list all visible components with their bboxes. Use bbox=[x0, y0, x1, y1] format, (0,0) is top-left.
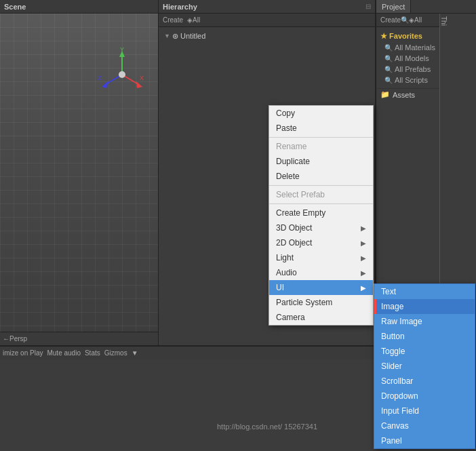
scene-panel-header: Scene bbox=[0, 0, 158, 14]
sub-button-label: Button bbox=[381, 332, 405, 341]
ctx-create-empty-label: Create Empty bbox=[276, 208, 325, 218]
ctx-copy[interactable]: Copy bbox=[269, 106, 373, 121]
svg-marker-3 bbox=[136, 81, 142, 88]
bottom-gizmos-arrow[interactable]: ▼ bbox=[132, 349, 138, 357]
sub-canvas[interactable]: Canvas bbox=[374, 418, 475, 433]
sub-input-field-label: Input Field bbox=[381, 406, 419, 416]
project-this-label: Thi bbox=[440, 14, 448, 26]
scene-view[interactable]: X Y Z bbox=[0, 14, 158, 332]
bottom-stats-label[interactable]: Stats bbox=[85, 349, 100, 357]
ctx-select-prefab-label: Select Prefab bbox=[276, 190, 325, 199]
svg-text:X: X bbox=[140, 75, 144, 81]
ctx-create-empty[interactable]: Create Empty bbox=[269, 205, 373, 220]
hierarchy-header: Hierarchy ⊟ bbox=[159, 0, 375, 14]
ctx-ui-arrow: ▶ bbox=[361, 284, 366, 292]
svg-text:Y: Y bbox=[120, 47, 124, 53]
ui-submenu: Text Image Raw Image Button Toggle Slide… bbox=[374, 283, 475, 449]
sub-panel-label: Panel bbox=[381, 436, 402, 446]
ctx-rename: Rename bbox=[269, 139, 373, 154]
ctx-2d-arrow: ▶ bbox=[361, 239, 366, 247]
sub-toggle[interactable]: Toggle bbox=[374, 344, 475, 359]
ctx-light-arrow: ▶ bbox=[361, 254, 366, 262]
hierarchy-create-label[interactable]: Create bbox=[163, 16, 183, 24]
scene-panel: Scene X Y Z ←Persp bbox=[0, 0, 159, 346]
project-create[interactable]: Create bbox=[380, 16, 401, 24]
sub-dropdown-label: Dropdown bbox=[381, 391, 418, 401]
ctx-sep-2 bbox=[269, 185, 373, 186]
ctx-rename-label: Rename bbox=[276, 142, 306, 151]
ctx-3d-arrow: ▶ bbox=[361, 224, 366, 232]
hierarchy-content: ▼ ⊛ Untitled bbox=[159, 27, 375, 45]
sub-image-label: Image bbox=[381, 302, 403, 311]
sub-text[interactable]: Text bbox=[374, 284, 475, 299]
sub-scrollbar-label: Scrollbar bbox=[381, 376, 413, 386]
ctx-2d-object-label: 2D Object bbox=[276, 238, 312, 248]
svg-text:Z: Z bbox=[98, 75, 102, 81]
hierarchy-all-label[interactable]: ◈All bbox=[187, 16, 200, 24]
ctx-delete-label: Delete bbox=[276, 172, 300, 181]
hierarchy-arrow: ▼ bbox=[164, 33, 171, 39]
ctx-audio-label: Audio bbox=[276, 268, 297, 277]
ctx-light[interactable]: Light ▶ bbox=[269, 250, 373, 265]
favorites-prefabs-label: All Prefabs bbox=[395, 65, 431, 73]
project-tab[interactable]: Project bbox=[376, 0, 411, 13]
hierarchy-scene-item[interactable]: ▼ ⊛ Untitled bbox=[159, 30, 375, 42]
favorites-models-label: All Models bbox=[395, 54, 429, 62]
ctx-paste[interactable]: Paste bbox=[269, 121, 373, 136]
sub-image[interactable]: Image bbox=[374, 299, 475, 314]
sub-input-field[interactable]: Input Field bbox=[374, 404, 475, 418]
sub-dropdown[interactable]: Dropdown bbox=[374, 389, 475, 404]
bottom-mute-label[interactable]: Mute audio bbox=[47, 349, 80, 357]
hierarchy-subbar: Create ◈All bbox=[159, 14, 375, 27]
context-menu: Copy Paste Rename Duplicate Delete Selec… bbox=[269, 105, 374, 326]
svg-marker-5 bbox=[102, 81, 108, 88]
ctx-sep-3 bbox=[269, 203, 373, 204]
models-search-icon: 🔍 bbox=[384, 55, 393, 62]
ctx-2d-object[interactable]: 2D Object ▶ bbox=[269, 235, 373, 250]
project-all[interactable]: ◈All bbox=[409, 16, 422, 24]
ctx-particle[interactable]: Particle System bbox=[269, 295, 373, 310]
ctx-audio-arrow: ▶ bbox=[361, 269, 366, 277]
sub-button[interactable]: Button bbox=[374, 329, 475, 344]
ctx-copy-label: Copy bbox=[276, 109, 295, 118]
ctx-select-prefab: Select Prefab bbox=[269, 187, 373, 202]
assets-folder-icon: 📁 bbox=[380, 90, 390, 99]
ctx-delete[interactable]: Delete bbox=[269, 169, 373, 184]
ctx-audio[interactable]: Audio ▶ bbox=[269, 265, 373, 280]
sub-slider[interactable]: Slider bbox=[374, 359, 475, 374]
ctx-camera[interactable]: Camera bbox=[269, 310, 373, 325]
sub-slider-label: Slider bbox=[381, 361, 402, 371]
ctx-3d-object[interactable]: 3D Object ▶ bbox=[269, 220, 373, 235]
bottom-bar: imize on Play Mute audio Stats Gizmos ▼ bbox=[0, 346, 376, 359]
bottom-gizmos-label[interactable]: Gizmos bbox=[104, 349, 127, 357]
assets-label: Assets bbox=[393, 91, 415, 99]
persp-label: ←Persp bbox=[3, 335, 27, 342]
prefabs-search-icon: 🔍 bbox=[384, 66, 393, 73]
ctx-particle-label: Particle System bbox=[276, 298, 332, 307]
svg-point-6 bbox=[119, 71, 125, 78]
project-tab-label: Project bbox=[382, 3, 405, 11]
project-tabs: Project bbox=[376, 0, 476, 14]
project-search-icon[interactable]: 🔍 bbox=[401, 16, 409, 24]
ctx-duplicate[interactable]: Duplicate bbox=[269, 154, 373, 169]
sub-toggle-label: Toggle bbox=[381, 347, 405, 356]
hierarchy-scene-name: ⊛ Untitled bbox=[172, 32, 205, 41]
sub-text-label: Text bbox=[381, 287, 396, 296]
sub-scrollbar[interactable]: Scrollbar bbox=[374, 374, 475, 389]
ctx-sep-1 bbox=[269, 137, 373, 138]
axes-gizmo: X Y Z bbox=[95, 47, 149, 102]
sub-panel[interactable]: Panel bbox=[374, 433, 475, 448]
bottom-maximize-label[interactable]: imize on Play bbox=[3, 349, 43, 357]
favorites-scripts-label: All Scripts bbox=[395, 76, 428, 84]
sub-raw-image[interactable]: Raw Image bbox=[374, 314, 475, 329]
scene-panel-title: Scene bbox=[4, 3, 26, 11]
scripts-search-icon: 🔍 bbox=[384, 77, 393, 84]
ctx-paste-label: Paste bbox=[276, 123, 297, 133]
hierarchy-title: Hierarchy bbox=[163, 3, 197, 11]
ctx-ui[interactable]: UI ▶ bbox=[269, 280, 373, 295]
sub-raw-image-label: Raw Image bbox=[381, 317, 422, 326]
scene-bottom-bar: ←Persp bbox=[0, 332, 158, 345]
ctx-light-label: Light bbox=[276, 253, 294, 262]
maximize-icon[interactable]: ⊟ bbox=[365, 3, 371, 10]
ctx-duplicate-label: Duplicate bbox=[276, 157, 310, 166]
